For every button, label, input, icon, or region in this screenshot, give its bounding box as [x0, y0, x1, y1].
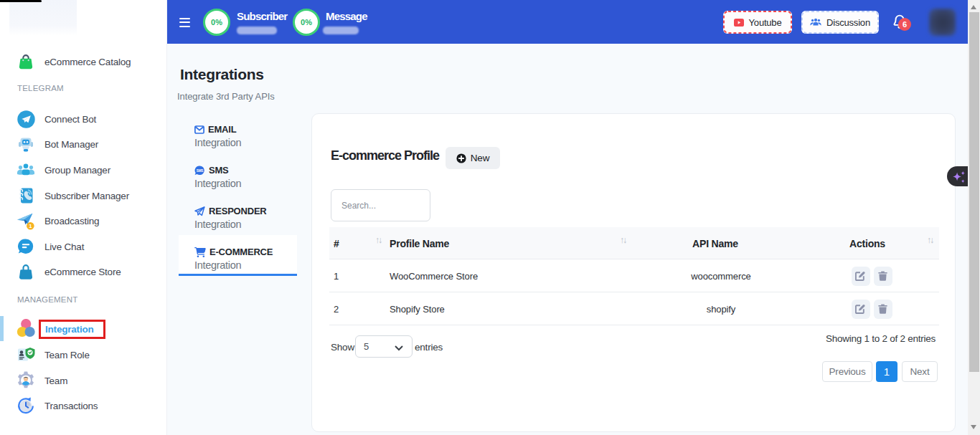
svg-text:SMS: SMS — [197, 169, 203, 173]
svg-text:1: 1 — [29, 223, 32, 229]
